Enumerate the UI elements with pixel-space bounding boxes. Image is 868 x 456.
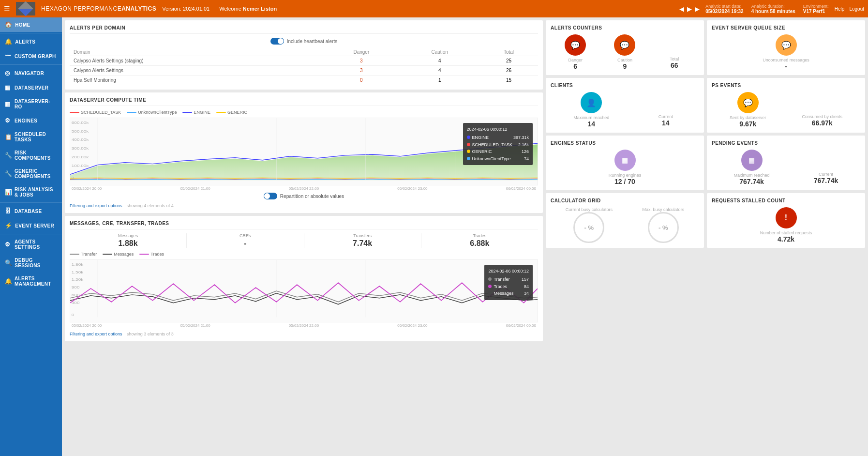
svg-text:1.80k: 1.80k: [72, 262, 84, 266]
engines-icon: ▦: [614, 150, 636, 171]
unconsumed-counter: 💬 Unconsumed messages -: [763, 34, 809, 70]
sidebar-item-scheduled-tasks[interactable]: 📋 SCHEDULED TASKS: [0, 128, 62, 146]
caution-cell: 4: [400, 56, 479, 66]
engines-circles: ▦ Running engines 12 / 70: [551, 150, 699, 185]
stalled-label: Number of stalled requests: [760, 230, 812, 235]
sidebar-item-risk-components[interactable]: 🔧 RISK COMPONENTS: [0, 146, 62, 165]
metric-cres: CREs -: [187, 233, 304, 248]
sidebar-item-home[interactable]: 🏠 HOME: [0, 17, 62, 32]
home-icon: 🏠: [5, 21, 12, 28]
nav-play-button[interactable]: ▶: [687, 5, 692, 13]
tt-messages-msg: Messages 34: [488, 290, 529, 297]
total-counter: Total 66: [664, 35, 685, 69]
ps-consumed-placeholder: [802, 93, 823, 114]
legend-transfer: Transfer: [70, 252, 97, 257]
custom-graph-icon: 〰: [5, 53, 12, 60]
sidebar-label-home: HOME: [15, 22, 30, 28]
metric-transfers: Transfers 7.74k: [304, 233, 421, 248]
stalled-count: ! Number of stalled requests 4.72k: [760, 207, 812, 243]
calc-max-busy-label: Max. busy calculators: [643, 207, 685, 212]
messages-filter-link[interactable]: Filtering and export options: [70, 332, 122, 336]
nav-next-button[interactable]: ▶: [695, 5, 700, 13]
engines-icon: ⚙: [5, 117, 12, 124]
heartbeat-toggle[interactable]: Include heartbeat alerts: [70, 38, 538, 45]
sidebar-item-agents-settings[interactable]: ⚙ AGENTS SETTINGS: [0, 235, 62, 254]
sidebar-item-event-server[interactable]: ⚡ EVENT SERVER: [0, 218, 62, 233]
repartition-switch[interactable]: [264, 193, 277, 199]
svg-text:0: 0: [72, 176, 75, 180]
sidebar-item-debug-sessions[interactable]: 🔍 DEBUG SESSIONS: [0, 254, 62, 272]
clients-max: 👤 Maximum reached 14: [573, 92, 609, 128]
sidebar-label-risk-analysis: RISK ANALYSIS & JOBS: [15, 187, 57, 198]
nav-prev-button[interactable]: ◀: [679, 5, 684, 13]
sidebar-label-risk-components: RISK COMPONENTS: [15, 150, 57, 161]
domain-cell: Calypso Alerts Settings (staging): [70, 56, 323, 66]
clients-circles: 👤 Maximum reached 14 Current 14: [551, 92, 699, 128]
repartition-toggle[interactable]: Repartition or absolute values: [70, 193, 538, 199]
left-panel: ALERTS PER DOMAIN Include heartbeat aler…: [65, 20, 543, 453]
sidebar-label-agents-settings: AGENTS SETTINGS: [15, 239, 57, 250]
risk-analysis-icon: 📊: [5, 189, 12, 196]
total-cell: 25: [479, 56, 538, 66]
clients-title: CLIENTS: [551, 83, 699, 88]
repartition-label: Repartition or absolute values: [280, 194, 344, 199]
legend-engine: ENGINE: [182, 110, 210, 115]
heartbeat-switch[interactable]: [270, 38, 284, 45]
messages-title: MESSAGES, CRE, TRANSFER, TRADES: [70, 221, 538, 229]
ps-events-circles: 💬 Sent by dataserver 9.67k Consumed by c…: [712, 92, 860, 128]
metric-trades: Trades 6.88k: [421, 233, 538, 248]
danger-cell: 3: [323, 66, 400, 76]
sidebar-item-database[interactable]: 🗄 DATABASE: [0, 204, 62, 218]
metric-messages: Messages 1.88k: [70, 233, 187, 248]
calc-busy-label: Current busy calculators: [566, 207, 613, 212]
compute-legend: SCHEDULED_TASK UnknownClientType ENGINE …: [70, 110, 538, 115]
logout-link[interactable]: Logout: [849, 6, 864, 12]
logo: [16, 2, 35, 15]
header-actions: Help Logout: [835, 6, 864, 12]
right-panel: ALERTS COUNTERS 💬 Danger 6 💬: [546, 20, 865, 453]
sidebar-label-generic-components: GENERIC COMPONENTS: [15, 168, 57, 179]
sidebar-item-alerts[interactable]: 🔔 ALERTS: [0, 34, 62, 49]
sidebar-item-dataserver-ro[interactable]: ▦ DATASERVER-RO: [0, 95, 62, 113]
pending-max-icon: ▦: [741, 150, 763, 171]
sidebar-label-dataserver-ro: DATASERVER-RO: [15, 99, 57, 109]
engines-running: ▦ Running engines 12 / 70: [609, 150, 642, 185]
sidebar-label-debug-sessions: DEBUG SESSIONS: [15, 258, 57, 268]
row-4: CALCULATOR GRID Current busy calculators…: [546, 193, 865, 248]
clients-max-value: 14: [573, 120, 609, 128]
compute-filter-link[interactable]: Filtering and export options: [70, 203, 122, 208]
col-caution: Caution: [400, 48, 479, 56]
alerts-per-domain-title: ALERTS PER DOMAIN: [70, 25, 538, 34]
row-1: ALERTS COUNTERS 💬 Danger 6 💬: [546, 20, 865, 75]
dataserver-ro-icon: ▦: [5, 101, 12, 107]
table-row: Calypso Alerts Settings 3 4 26: [70, 66, 538, 76]
col-domain: Domain: [70, 48, 323, 56]
help-link[interactable]: Help: [835, 6, 845, 12]
sidebar-item-custom-graph[interactable]: 〰 CUSTOM GRAPH: [0, 49, 62, 63]
sidebar-item-risk-analysis[interactable]: 📊 RISK ANALYSIS & JOBS: [0, 183, 62, 201]
transfers-value: 7.74k: [304, 239, 421, 248]
sidebar-item-engines[interactable]: ⚙ ENGINES: [0, 113, 62, 128]
pending-max: ▦ Maximum reached 767.74k: [734, 150, 770, 185]
danger-label: Danger: [565, 58, 586, 62]
sidebar-item-dataserver[interactable]: ▦ DATASERVER: [0, 80, 62, 95]
tt-scheduled: SCHEDULED_TASK 2.16k: [467, 141, 529, 148]
tt-engine: ENGINE 397.31k: [467, 134, 529, 141]
compute-chart: 600.00k 500.00k 400.00k 300.00k 200.00k …: [70, 118, 538, 185]
sidebar-label-event-server: EVENT SERVER: [15, 223, 54, 228]
ps-consumed-value: 66.97k: [802, 119, 842, 127]
sidebar-label-alerts-management: ALERTS MANAGEMENT: [15, 276, 57, 287]
ps-sent-value: 9.67k: [730, 120, 766, 128]
sidebar-label-alerts: ALERTS: [15, 39, 35, 45]
unconsumed-icon: 💬: [776, 34, 797, 56]
sidebar-item-generic-components[interactable]: 🔧 GENERIC COMPONENTS: [0, 165, 62, 183]
sidebar-item-alerts-management[interactable]: 🔔 ALERTS MANAGEMENT: [0, 272, 62, 290]
svg-text:1.20k: 1.20k: [72, 278, 84, 282]
menu-icon[interactable]: ☰: [4, 5, 10, 13]
calculator-grid-card: CALCULATOR GRID Current busy calculators…: [546, 193, 704, 248]
sidebar-item-navigator[interactable]: ◎ NAVIGATOR: [0, 66, 62, 80]
svg-text:0: 0: [72, 313, 75, 317]
caution-cell: 1: [400, 76, 479, 85]
total-cell: 15: [479, 76, 538, 85]
event-server-queue-card: EVENT SERVER QUEUE SIZE 💬 Unconsumed mes…: [707, 20, 865, 75]
